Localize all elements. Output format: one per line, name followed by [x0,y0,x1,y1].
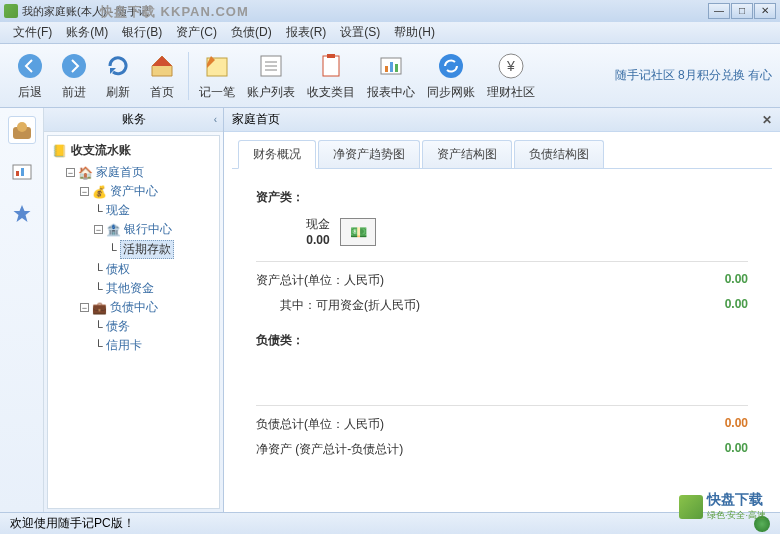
statusbar: 欢迎使用随手记PC版！ [0,512,780,534]
sidebar-header: 账务 ‹ [44,108,223,132]
menu-settings[interactable]: 设置(S) [333,22,387,43]
debt-total-value: 0.00 [725,416,748,433]
refresh-button[interactable]: 刷新 [102,50,134,101]
maximize-button[interactable]: □ [731,3,753,19]
tree-bond[interactable]: └ 债权 [94,260,215,279]
window-title: 我的家庭账(本人) - 随手记 [22,4,149,19]
status-text: 欢迎使用随手记PC版！ [10,515,135,532]
categories-button[interactable]: 收支类目 [307,50,355,101]
menu-help[interactable]: 帮助(H) [387,22,442,43]
tab-debt-structure[interactable]: 负债结构图 [514,140,604,169]
app-icon [4,4,18,18]
menu-debt[interactable]: 负债(D) [224,22,279,43]
close-button[interactable]: ✕ [754,3,776,19]
menu-file[interactable]: 文件(F) [6,22,59,43]
svg-point-1 [62,54,86,78]
tab-net-trend[interactable]: 净资产趋势图 [318,140,420,169]
tree-cash[interactable]: └ 现金 [94,201,215,220]
menubar: 文件(F) 账务(M) 银行(B) 资产(C) 负债(D) 报表(R) 设置(S… [0,22,780,44]
sync-button[interactable]: 同步网账 [427,50,475,101]
net-value: 0.00 [725,441,748,458]
cash-widget: 现金 0.00 💵 [306,216,748,247]
back-button[interactable]: 后退 [14,50,46,101]
cash-label: 现金 [306,216,330,233]
toolbar-separator [188,52,189,100]
debt-section-title: 负债类： [256,332,748,349]
pencil-icon [201,50,233,82]
tree-asset-center[interactable]: −💰资产中心 [80,182,215,201]
asset-total-value: 0.00 [725,272,748,289]
content-area: 资产类： 现金 0.00 💵 资产总计(单位：人民币) 0.00 其中：可用资金… [232,168,772,503]
nav-tree: 📒收支流水账 −🏠家庭首页 −💰资产中心 └ 现金 −🏦银行中心 └ 活期存款 … [47,135,220,509]
menu-report[interactable]: 报表(R) [279,22,334,43]
tab-asset-structure[interactable]: 资产结构图 [422,140,512,169]
svg-rect-10 [385,66,388,72]
back-icon [14,50,46,82]
panel-close-button[interactable]: ✕ [762,113,772,127]
money-icon: 💵 [340,218,376,246]
svg-rect-20 [21,168,24,176]
available-row: 其中：可用资金(折人民币) 0.00 [256,293,748,318]
asset-section-title: 资产类： [256,189,748,206]
tree-debt[interactable]: └ 债务 [94,317,215,336]
list-icon [255,50,287,82]
sync-icon [435,50,467,82]
refresh-icon [102,50,134,82]
record-button[interactable]: 记一笔 [199,50,235,101]
sidebar-icon-report[interactable] [8,158,36,186]
titlebar: 我的家庭账(本人) - 随手记 — □ ✕ [0,0,780,22]
sidebar-iconbar [0,108,44,512]
cash-value: 0.00 [306,233,330,247]
svg-rect-19 [16,171,19,176]
chevron-left-icon[interactable]: ‹ [214,114,217,125]
svg-point-0 [18,54,42,78]
tabs: 财务概况 净资产趋势图 资产结构图 负债结构图 [224,132,780,169]
forward-button[interactable]: 前进 [58,50,90,101]
toolbar: 后退 前进 刷新 首页 记一笔 账户列表 收支类目 报表中心 同步网账 ¥理财社… [0,44,780,108]
yen-icon: ¥ [495,50,527,82]
tree-debt-center[interactable]: −💼负债中心 [80,298,215,317]
tree-credit-card[interactable]: └ 信用卡 [94,336,215,355]
svg-rect-12 [395,64,398,72]
menu-asset[interactable]: 资产(C) [169,22,224,43]
asset-total-row: 资产总计(单位：人民币) 0.00 [256,268,748,293]
globe-icon [754,516,770,532]
svg-point-13 [439,54,463,78]
accounts-button[interactable]: 账户列表 [247,50,295,101]
menu-bank[interactable]: 银行(B) [115,22,169,43]
tree-bank-center[interactable]: −🏦银行中心 [94,220,215,239]
available-value: 0.00 [725,297,748,314]
chart-icon [375,50,407,82]
sidebar-icon-money[interactable] [8,116,36,144]
net-row: 净资产 (资产总计-负债总计) 0.00 [256,437,748,462]
tab-overview[interactable]: 财务概况 [238,140,316,169]
svg-text:¥: ¥ [506,58,515,74]
reports-button[interactable]: 报表中心 [367,50,415,101]
menu-account[interactable]: 账务(M) [59,22,115,43]
tree-other-asset[interactable]: └ 其他资金 [94,279,215,298]
tree-deposit[interactable]: └ 活期存款 [108,239,215,260]
main-panel: 家庭首页 ✕ 财务概况 净资产趋势图 资产结构图 负债结构图 资产类： 现金 0… [224,108,780,512]
clipboard-icon [315,50,347,82]
debt-total-row: 负债总计(单位：人民币) 0.00 [256,412,748,437]
home-icon [146,50,178,82]
minimize-button[interactable]: — [708,3,730,19]
divider [256,405,748,406]
sidebar: 账务 ‹ 📒收支流水账 −🏠家庭首页 −💰资产中心 └ 现金 −🏦银行中心 └ … [44,108,224,512]
svg-point-17 [17,122,27,132]
sidebar-icon-favorite[interactable] [8,200,36,228]
svg-rect-11 [390,62,393,72]
divider [256,261,748,262]
tree-home[interactable]: −🏠家庭首页 [66,163,215,182]
toolbar-promo-link[interactable]: 随手记社区 8月积分兑换 有心 [615,67,772,84]
tree-title: 📒收支流水账 [52,142,215,159]
forward-icon [58,50,90,82]
main-header: 家庭首页 ✕ [224,108,780,132]
community-button[interactable]: ¥理财社区 [487,50,535,101]
main-title: 家庭首页 [232,111,280,128]
home-button[interactable]: 首页 [146,50,178,101]
svg-rect-8 [327,54,335,58]
svg-rect-7 [323,56,339,76]
